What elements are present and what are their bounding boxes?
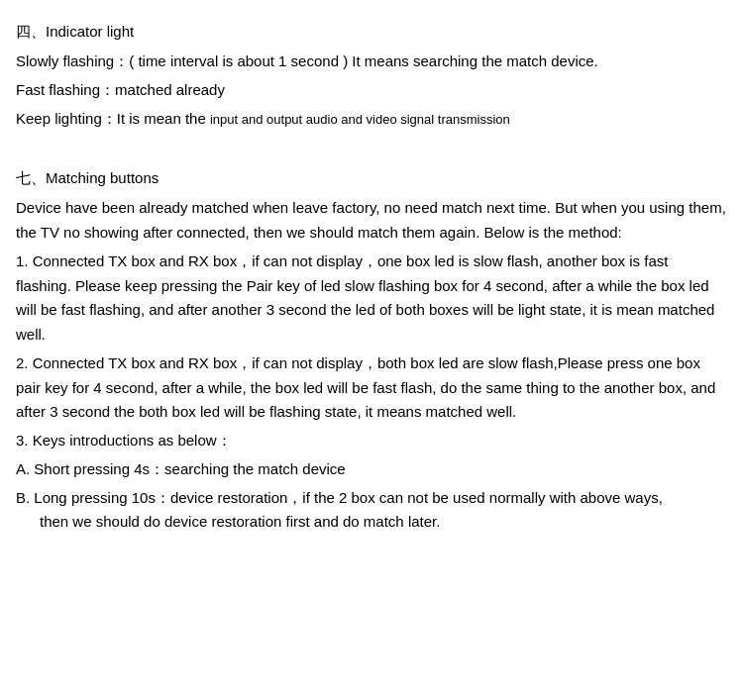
section1-title-text: 四、Indicator light (16, 23, 134, 40)
section2-itemA-text: A. Short pressing 4s：searching the match… (16, 460, 346, 477)
section2-title-text: 七、Matching buttons (16, 169, 159, 186)
section1-line3-small: input and output audio and video signal … (210, 112, 510, 127)
section2-item3-text: 3. Keys introductions as below： (16, 432, 232, 449)
section2-title: 七、Matching buttons (16, 166, 727, 190)
section2-itemB-indent: then we should do device restoration fir… (16, 510, 440, 535)
section2-itemB-prefix: B. Long pressing 10s：device restoration，… (16, 489, 663, 506)
section1-line2-text: Fast flashing：matched already (16, 81, 225, 98)
section2-itemB: B. Long pressing 10s：device restoration，… (16, 486, 727, 536)
spacer1 (16, 135, 727, 158)
section2-item1-text: 1. Connected TX box and RX box，if can no… (16, 252, 714, 343)
section2-item1: 1. Connected TX box and RX box，if can no… (16, 250, 727, 348)
section2-intro: Device have been already matched when le… (16, 196, 727, 246)
section1-line1-text: Slowly flashing：( time interval is about… (16, 52, 598, 69)
section2-intro-text: Device have been already matched when le… (16, 199, 726, 241)
section2-item2-text: 2. Connected TX box and RX box，if can no… (16, 354, 715, 421)
section2-item3: 3. Keys introductions as below： (16, 429, 727, 453)
section2-item2: 2. Connected TX box and RX box，if can no… (16, 351, 727, 425)
section1-line3-prefix: Keep lighting：It is mean the (16, 110, 210, 127)
section1-line2: Fast flashing：matched already (16, 78, 727, 103)
section1-title: 四、Indicator light (16, 20, 727, 44)
section1-line1: Slowly flashing：( time interval is about… (16, 50, 727, 74)
section2-itemA: A. Short pressing 4s：searching the match… (16, 457, 727, 482)
section1-line3: Keep lighting：It is mean the input and o… (16, 107, 727, 132)
